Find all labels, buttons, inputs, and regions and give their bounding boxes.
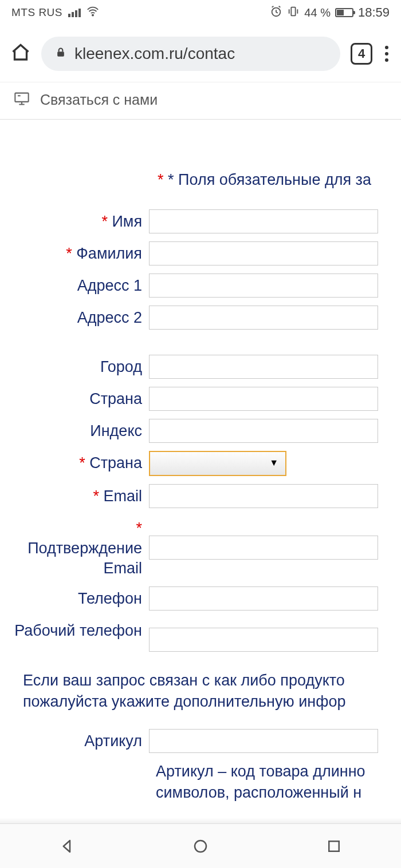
form-row-zip: Индекс <box>0 419 401 443</box>
svg-rect-2 <box>292 7 296 15</box>
clock: 18:59 <box>358 5 390 20</box>
label-firstname: * Имя <box>0 209 149 232</box>
battery-icon <box>335 8 353 17</box>
form-row-email-confirm: *Подтверждение Email <box>0 516 401 578</box>
home-button[interactable] <box>10 42 31 65</box>
form-row-city: Город <box>0 355 401 379</box>
page-header: Связаться с нами <box>0 82 401 120</box>
input-email-confirm[interactable] <box>149 536 378 560</box>
alarm-icon <box>270 5 282 21</box>
url-text: kleenex.com.ru/contac <box>74 45 235 63</box>
form-row-region: Страна <box>0 387 401 411</box>
form-row-workphone: Рабочий телефон <box>0 619 401 652</box>
desktop-icon[interactable] <box>14 90 30 109</box>
form-row-lastname: * Фамилия <box>0 241 401 265</box>
home-nav-button[interactable] <box>192 838 209 855</box>
back-button[interactable] <box>58 838 76 855</box>
label-zip: Индекс <box>0 419 149 441</box>
select-country[interactable] <box>149 451 286 476</box>
label-workphone: Рабочий телефон <box>0 619 149 641</box>
input-article[interactable] <box>149 729 378 753</box>
form-row-email: * Email <box>0 484 401 508</box>
vibrate-icon <box>287 5 300 21</box>
label-address2: Адресс 2 <box>0 306 149 328</box>
form-row-firstname: * Имя <box>0 209 401 233</box>
label-phone: Телефон <box>0 586 149 609</box>
svg-rect-4 <box>15 93 28 102</box>
form-row-address1: Адресс 1 <box>0 274 401 298</box>
browser-toolbar: kleenex.com.ru/contac 4 <box>0 25 401 82</box>
svg-point-5 <box>195 841 206 852</box>
page-title: Связаться с нами <box>40 92 158 108</box>
svg-point-0 <box>92 14 93 15</box>
label-email: * Email <box>0 484 149 506</box>
url-bar[interactable]: kleenex.com.ru/contac <box>41 37 340 71</box>
more-menu-button[interactable] <box>383 43 391 64</box>
input-firstname[interactable] <box>149 209 378 233</box>
product-note: Если ваш запрос связан с как либо продук… <box>0 660 401 712</box>
article-hint: Артикул – код товара длинносимволов, рас… <box>156 761 365 803</box>
article-hint-row: Артикул – код товара длинносимволов, рас… <box>0 761 401 803</box>
label-article: Артикул <box>0 729 149 751</box>
android-nav-bar <box>0 823 401 868</box>
label-email-confirm: *Подтверждение Email <box>0 516 149 578</box>
input-address2[interactable] <box>149 306 378 330</box>
bottom-fade <box>0 818 401 823</box>
label-city: Город <box>0 355 149 377</box>
carrier-label: MTS RUS <box>11 6 62 19</box>
signal-icon <box>68 9 81 17</box>
input-phone[interactable] <box>149 586 378 611</box>
input-region[interactable] <box>149 387 378 411</box>
input-lastname[interactable] <box>149 241 378 265</box>
form-row-address2: Адресс 2 <box>0 306 401 330</box>
form-row-country: * Страна <box>0 451 401 476</box>
svg-rect-6 <box>329 841 340 851</box>
tabs-button[interactable]: 4 <box>351 43 372 65</box>
status-bar: MTS RUS 44 % 18:59 <box>0 0 401 25</box>
input-workphone[interactable] <box>149 628 378 652</box>
wifi-icon <box>87 5 99 21</box>
lock-icon <box>55 47 66 61</box>
input-email[interactable] <box>149 484 378 508</box>
input-zip[interactable] <box>149 419 378 443</box>
form-row-article: Артикул <box>0 729 401 753</box>
label-address1: Адресс 1 <box>0 274 149 296</box>
label-region: Страна <box>0 387 149 409</box>
recent-apps-button[interactable] <box>325 838 343 855</box>
required-fields-note: * * Поля обязательные для за <box>0 171 401 189</box>
form-row-phone: Телефон <box>0 586 401 611</box>
input-address1[interactable] <box>149 274 378 298</box>
svg-rect-3 <box>57 51 64 56</box>
battery-percent: 44 % <box>304 6 331 19</box>
input-city[interactable] <box>149 355 378 379</box>
label-country: * Страна <box>0 451 149 473</box>
contact-form: * * Поля обязательные для за * Имя * Фам… <box>0 120 401 803</box>
label-lastname: * Фамилия <box>0 241 149 264</box>
